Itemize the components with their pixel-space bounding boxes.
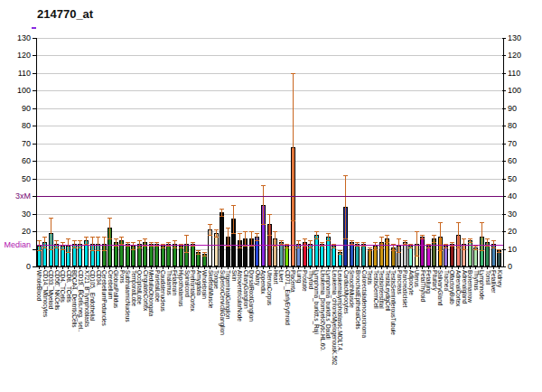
x-tick-label: Liver: [278, 270, 285, 283]
y-tick-label-right: 120: [508, 51, 535, 60]
y-tick-label-right: 40: [508, 191, 535, 201]
x-axis-tick: [286, 266, 287, 269]
error-whisker: [275, 231, 276, 246]
error-cap-top: [308, 240, 313, 241]
error-cap-top: [415, 231, 419, 232]
error-cap-top: [191, 242, 195, 243]
error-cap-top: [491, 240, 496, 241]
y-axis-tick-left: [33, 231, 36, 232]
x-axis-tick: [369, 266, 370, 269]
x-axis-tick: [333, 266, 334, 269]
error-cap-top: [72, 240, 77, 241]
bar: [444, 246, 448, 266]
y-tick-label-left: 70: [0, 139, 31, 148]
error-cap-top: [497, 249, 501, 250]
x-axis-tick: [458, 266, 459, 269]
x-axis-tick: [204, 266, 205, 269]
error-cap-bottom: [61, 249, 65, 250]
gridline: [37, 108, 503, 109]
error-cap-bottom: [78, 247, 82, 248]
y-tick-label-right: 20: [508, 227, 535, 236]
error-cap-top: [54, 240, 59, 241]
error-whisker: [56, 240, 57, 247]
x-axis-tick: [251, 266, 252, 269]
y-axis-tick-right: [502, 249, 506, 250]
gridline: [37, 126, 503, 126]
error-cap-bottom: [42, 247, 47, 248]
error-cap-top: [261, 185, 266, 186]
x-axis-tick: [239, 266, 240, 269]
error-cap-top: [279, 240, 284, 241]
error-cap-top: [49, 218, 53, 219]
x-tick-label: CD19._BCells.neg._sel..: [78, 270, 84, 332]
error-cap-top: [350, 240, 354, 241]
y-axis-tick-left: [33, 214, 36, 215]
error-cap-top: [273, 231, 277, 232]
bar: [126, 244, 130, 266]
x-axis-tick: [304, 266, 305, 269]
x-axis-tick: [98, 266, 98, 269]
error-whisker: [328, 233, 329, 240]
x-axis-tick: [345, 266, 346, 269]
y-axis-tick-right: [502, 144, 506, 145]
bar: [408, 246, 413, 266]
error-cap-top: [255, 233, 259, 234]
y-axis-tick-right: [502, 108, 506, 109]
x-axis-tick: [245, 266, 246, 269]
error-cap-bottom: [261, 224, 266, 225]
x-axis-tick: [316, 266, 317, 269]
y-axis-tick-right: [502, 231, 506, 232]
bar: [326, 237, 331, 266]
y-axis-tick-right: [502, 126, 506, 126]
error-whisker: [463, 238, 464, 249]
x-axis-tick: [422, 266, 423, 269]
error-whisker: [221, 209, 222, 216]
error-cap-top: [480, 222, 484, 223]
error-cap-top: [196, 250, 201, 251]
error-whisker: [481, 222, 482, 250]
error-whisker: [139, 240, 140, 247]
error-cap-top: [355, 242, 360, 243]
error-whisker: [257, 233, 257, 240]
y-axis-tick-right: [502, 90, 506, 91]
x-axis-tick: [127, 266, 128, 269]
bar: [191, 244, 195, 266]
error-whisker: [104, 237, 105, 251]
error-cap-bottom: [291, 220, 295, 221]
error-cap-top: [102, 237, 107, 238]
x-axis-tick: [257, 266, 257, 269]
x-axis-tick: [151, 266, 152, 269]
y-tick-label-right: 100: [508, 86, 535, 95]
error-cap-bottom: [184, 252, 189, 253]
error-cap-top: [96, 237, 100, 238]
x-axis-tick: [357, 266, 358, 269]
x-axis-tick: [310, 266, 311, 269]
error-whisker: [233, 205, 234, 233]
x-axis-tick: [68, 266, 69, 269]
x-axis-tick: [322, 266, 322, 269]
error-cap-top: [78, 240, 82, 241]
y-tick-label-right: 70: [508, 139, 535, 148]
error-cap-top: [220, 209, 224, 210]
bar: [355, 244, 360, 266]
x-tick-label: BronchialEpithelialCells: [355, 270, 361, 330]
y-axis-tick-left: [33, 108, 36, 109]
y-tick-label-right: 0: [508, 262, 535, 271]
bar: [220, 212, 224, 266]
error-cap-top: [485, 238, 490, 239]
x-axis-tick: [121, 266, 122, 269]
error-whisker: [98, 237, 98, 251]
x-axis-tick: [493, 266, 494, 269]
y-tick-label-right: 50: [508, 174, 535, 183]
error-whisker: [251, 231, 252, 246]
error-cap-top: [326, 233, 331, 234]
x-axis-tick: [92, 266, 93, 269]
error-cap-bottom: [314, 238, 319, 239]
x-axis-tick: [156, 266, 157, 269]
y-tick-label-left: 0: [0, 262, 31, 271]
error-cap-top: [119, 237, 124, 238]
error-cap-bottom: [473, 249, 478, 250]
error-cap-top: [420, 235, 425, 236]
error-cap-bottom: [462, 249, 466, 250]
error-cap-bottom: [238, 247, 242, 248]
